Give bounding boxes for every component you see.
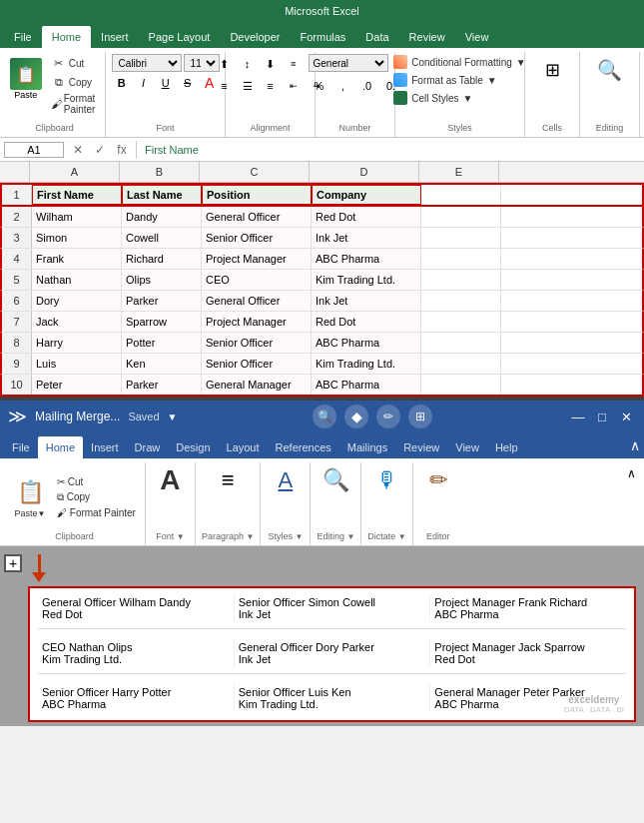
word-tab-insert[interactable]: Insert — [83, 436, 127, 458]
cell-e1[interactable] — [421, 185, 501, 205]
cell-e4[interactable] — [421, 249, 501, 269]
formula-input[interactable] — [141, 144, 640, 156]
cell-e3[interactable] — [421, 228, 501, 248]
word-tab-mailings[interactable]: Mailings — [339, 436, 395, 458]
cell-c7[interactable]: Project Manager — [202, 312, 312, 332]
cells-icon-button[interactable]: ⊞ — [536, 54, 568, 86]
cell-c1[interactable]: Position — [202, 185, 312, 205]
word-minimize-button[interactable]: — — [568, 407, 588, 426]
underline-button[interactable]: U — [156, 74, 176, 92]
cell-a1[interactable]: First Name — [32, 185, 122, 205]
bold-button[interactable]: B — [112, 74, 132, 92]
cell-d3[interactable]: Ink Jet — [312, 228, 421, 248]
cell-c9[interactable]: Senior Officer — [202, 354, 312, 374]
decrease-indent-button[interactable]: ⇤ — [283, 76, 305, 96]
cell-e8[interactable] — [421, 333, 501, 353]
cell-a9[interactable]: Luis — [32, 354, 122, 374]
word-paste-button[interactable]: 📋 Paste▼ — [10, 474, 50, 520]
align-right-button[interactable]: ≡ — [260, 76, 282, 96]
word-tab-view[interactable]: View — [447, 436, 487, 458]
cell-c3[interactable]: Senior Officer — [202, 228, 312, 248]
word-tab-expand-button[interactable]: ∧ — [630, 437, 640, 453]
cell-c8[interactable]: Senior Officer — [202, 333, 312, 353]
word-close-button[interactable]: ✕ — [616, 407, 636, 426]
increase-decimal-button[interactable]: .0 — [356, 76, 378, 96]
word-diamond-button[interactable]: ◆ — [344, 405, 368, 428]
excel-tab-review[interactable]: Review — [399, 26, 455, 48]
cell-c6[interactable]: General Officer — [202, 291, 312, 311]
word-tab-help[interactable]: Help — [487, 436, 526, 458]
cell-a3[interactable]: Simon — [32, 228, 122, 248]
word-copy-button[interactable]: ⧉ Copy — [54, 490, 139, 504]
word-format-painter-button[interactable]: 🖌 Format Painter — [54, 506, 139, 519]
cell-b9[interactable]: Ken — [122, 354, 202, 374]
word-tab-home[interactable]: Home — [38, 436, 83, 458]
cell-d2[interactable]: Red Dot — [312, 207, 421, 227]
cell-d4[interactable]: ABC Pharma — [312, 249, 421, 269]
cell-b5[interactable]: Olips — [122, 270, 202, 290]
excel-tab-formulas[interactable]: Formulas — [291, 26, 356, 48]
align-center-button[interactable]: ☰ — [237, 76, 259, 96]
excel-tab-page-layout[interactable]: Page Layout — [139, 26, 221, 48]
wrap-text-button[interactable]: ≡ — [283, 54, 305, 74]
cell-b3[interactable]: Cowell — [122, 228, 202, 248]
col-header-c[interactable]: C — [200, 162, 310, 182]
excel-tab-insert[interactable]: Insert — [91, 26, 139, 48]
cell-reference-input[interactable] — [4, 142, 64, 158]
excel-tab-data[interactable]: Data — [355, 26, 398, 48]
cell-d1[interactable]: Company — [312, 185, 421, 205]
excel-tab-file[interactable]: File — [4, 26, 42, 48]
cell-c10[interactable]: General Manager — [202, 375, 312, 395]
word-layout-button[interactable]: ⊞ — [408, 405, 432, 428]
col-header-a[interactable]: A — [30, 162, 120, 182]
word-tab-file[interactable]: File — [4, 436, 38, 458]
cell-b6[interactable]: Parker — [122, 291, 202, 311]
cell-b10[interactable]: Parker — [122, 375, 202, 395]
word-ribbon-expand[interactable]: ∧ — [623, 462, 640, 545]
cell-e7[interactable] — [421, 312, 501, 332]
word-tab-references[interactable]: References — [268, 436, 339, 458]
editing-icon-button[interactable]: 🔍 — [594, 54, 626, 86]
confirm-formula-button[interactable]: ✓ — [90, 141, 110, 159]
cell-d8[interactable]: ABC Pharma — [312, 333, 421, 353]
col-header-b[interactable]: B — [120, 162, 200, 182]
format-as-table-button[interactable]: Format as Table ▼ — [390, 72, 499, 88]
excel-tab-home[interactable]: Home — [42, 26, 91, 48]
excel-tab-developer[interactable]: Developer — [220, 26, 290, 48]
cell-b8[interactable]: Potter — [122, 333, 202, 353]
cell-b2[interactable]: Dandy — [122, 207, 202, 227]
col-header-d[interactable]: D — [310, 162, 419, 182]
cell-d5[interactable]: Kim Trading Ltd. — [312, 270, 421, 290]
excel-tab-view[interactable]: View — [455, 26, 499, 48]
word-tab-layout[interactable]: Layout — [219, 436, 268, 458]
cell-e9[interactable] — [421, 354, 501, 374]
add-row-button[interactable]: + — [4, 554, 22, 572]
cell-e10[interactable] — [421, 375, 501, 395]
align-top-button[interactable]: ⬆ — [214, 54, 236, 74]
cell-a7[interactable]: Jack — [32, 312, 122, 332]
word-cut-button[interactable]: ✂ Cut — [54, 475, 139, 488]
cell-d10[interactable]: ABC Pharma — [312, 375, 421, 395]
align-left-button[interactable]: ≡ — [214, 76, 236, 96]
col-header-e[interactable]: E — [419, 162, 499, 182]
word-tab-review[interactable]: Review — [395, 436, 447, 458]
word-dropdown-arrow[interactable]: ▼ — [168, 412, 178, 422]
percent-button[interactable]: % — [309, 76, 330, 96]
cut-button[interactable]: ✂Cut — [48, 54, 104, 72]
comma-button[interactable]: , — [332, 76, 354, 96]
paste-button[interactable]: 📋 Paste — [6, 54, 46, 104]
cell-a2[interactable]: Wilham — [32, 207, 122, 227]
cell-e6[interactable] — [421, 291, 501, 311]
word-maximize-button[interactable]: □ — [592, 407, 612, 426]
copy-button[interactable]: ⧉Copy — [48, 73, 104, 91]
word-edit-button[interactable]: ✏ — [376, 405, 400, 428]
strikethrough-button[interactable]: S — [178, 74, 198, 92]
font-name-select[interactable]: Calibri — [112, 54, 182, 72]
cell-c2[interactable]: General Officer — [202, 207, 312, 227]
word-tab-draw[interactable]: Draw — [127, 436, 169, 458]
word-search-button[interactable]: 🔍 — [313, 405, 336, 428]
cell-a5[interactable]: Nathan — [32, 270, 122, 290]
cell-e2[interactable] — [421, 207, 501, 227]
cell-a10[interactable]: Peter — [32, 375, 122, 395]
number-format-select[interactable]: General — [309, 54, 388, 72]
